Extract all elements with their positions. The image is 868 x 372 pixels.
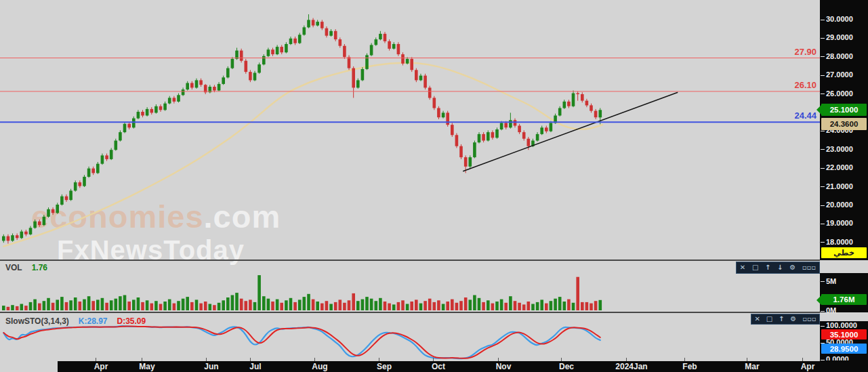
month-tick [433,358,434,361]
month-tick [96,358,96,361]
sto-axis-label: 100.0000 [821,321,867,330]
month-label: Dec [546,362,587,371]
month-tick [314,358,315,361]
sto-k-value: K:28.97 [79,316,108,326]
right-axis-column: 30.000029.000028.000027.000026.000025.00… [820,0,868,372]
horizontal-lines [0,58,820,123]
close-icon[interactable]: ✕ [740,264,745,271]
month-tick [684,358,685,361]
sto-k-tag: 28.9500 [821,344,867,354]
volume-value-tag: 1.76M [821,294,867,305]
stochastic-lines [3,326,600,358]
month-label: Jul [235,362,276,371]
settings-gear-icon[interactable]: ⚙ [790,316,796,323]
price-axis[interactable]: 30.000029.000028.000027.000026.000025.00… [820,0,868,260]
last-price-tag: 25.1000 [821,104,867,116]
sto-panel-toolbar: ✕□↑⚙▫▫▫ [751,314,820,325]
arrow-down-icon[interactable]: ↓ [777,264,783,271]
more-options-icon[interactable]: ▫▫▫ [802,264,816,271]
price-axis-label: 29.0000 [821,33,867,42]
trading-chart-window: economies.com FxNewsToday 27.9026.1024.4… [0,0,868,372]
price-axis-label: 18.0000 [821,237,867,247]
sto-d-tag: 35.1000 [821,329,867,339]
candles-layer [2,14,602,243]
month-label: Aug [299,362,340,371]
volume-axis-label: 5M [821,276,867,286]
trend-line [463,92,678,171]
panel-separator[interactable] [0,312,820,313]
maximize-icon[interactable]: □ [752,264,758,271]
price-axis-label: 20.0000 [821,200,867,209]
price-axis-label: 21.0000 [821,182,867,191]
month-tick [498,358,499,361]
month-tick [250,358,251,361]
sto-d-value: D:35.09 [117,316,146,326]
price-axis-label: 26.0000 [821,89,867,98]
volume-indicator-label: VOL [5,263,22,272]
sto-axis[interactable]: 100.000050.00000.000035.100028.9500 [820,321,868,360]
volume-indicator-value: 1.76 [32,263,47,272]
month-label: May [127,362,167,371]
volume-bars-layer [2,275,602,310]
price-level-label: 27.90 [769,47,817,57]
month-label: Sep [364,362,405,371]
price-axis-label: 28.0000 [821,51,867,61]
month-tick [561,358,562,361]
month-tick [747,358,747,361]
sto-panel-header: SlowSTO(3,14,3) K:28.97 D:35.09 [5,316,146,326]
sto-d-line [3,327,600,358]
volume-panel-toolbar: ✕□↑↓⚙▫▫▫ [736,262,820,274]
month-label: Apr [81,362,121,371]
month-label: Mar [732,362,772,371]
sto-k-line [3,326,600,358]
month-tick [206,358,207,361]
arrow-up-icon[interactable]: ↑ [765,264,770,271]
close-icon[interactable]: ✕ [754,316,760,323]
price-axis-label: 23.0000 [821,144,867,154]
price-axis-label: 22.0000 [821,163,867,172]
more-options-icon[interactable]: ▫▫▫ [802,316,816,323]
month-label: Jun [191,362,232,371]
month-tick [142,358,142,361]
volume-axis[interactable]: 5M0M1.76M [820,273,868,312]
maximize-icon[interactable]: □ [766,316,772,323]
month-tick [802,358,803,361]
moving-average-line [3,63,602,247]
month-label: Feb [669,362,710,371]
arrow-up-icon[interactable]: ↑ [779,316,784,323]
bid-price-tag: 24.3600 [821,118,867,130]
volume-panel-header: VOL 1.76 [5,263,47,272]
month-label: Apr [787,362,828,371]
price-axis-label: 30.0000 [821,14,867,24]
month-tick [379,358,379,361]
month-label: Nov [483,362,524,371]
price-axis-label: 27.0000 [821,70,867,79]
price-level-label: 26.10 [769,80,817,90]
price-level-label: 24.44 [769,110,817,121]
sto-indicator-label: SlowSTO(3,14,3) [5,316,69,326]
chart-scale-type-tag[interactable]: خطي [821,247,867,258]
month-tick [626,358,627,361]
settings-gear-icon[interactable]: ⚙ [789,264,795,271]
panel-separator[interactable] [0,260,820,261]
month-label: Oct [418,362,459,371]
volume-axis-label: 0M [821,306,867,315]
price-axis-label: 19.0000 [821,218,867,228]
month-label: 2024Jan [611,362,652,371]
